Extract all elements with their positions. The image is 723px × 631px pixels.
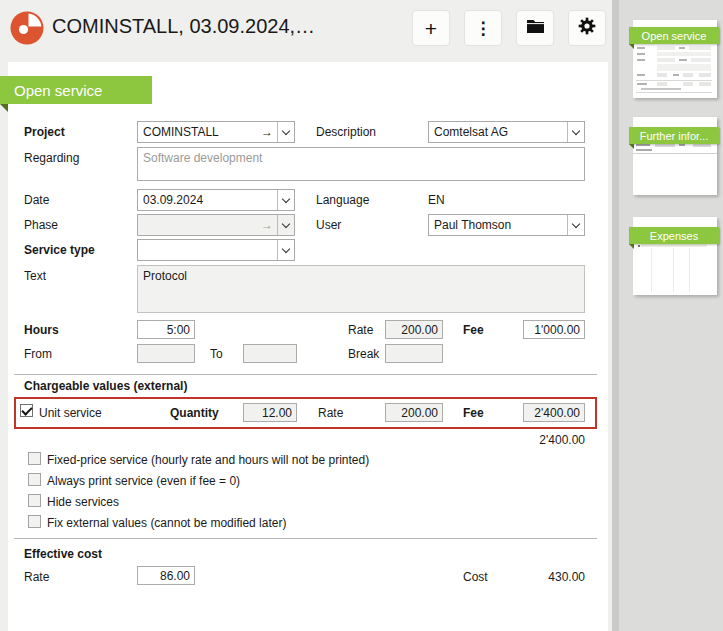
unit-service-checkbox[interactable] <box>20 404 33 417</box>
description-value: Comtelsat AG <box>429 125 567 139</box>
window-title: COMINSTALL, 03.09.2024,… <box>52 15 315 38</box>
quantity-label: Quantity <box>170 406 219 420</box>
to-label: To <box>210 347 223 361</box>
chevron-down-icon <box>572 126 580 134</box>
regarding-label: Regarding <box>24 151 79 165</box>
thumbnail-label-fold <box>629 44 634 49</box>
phase-dropdown-button[interactable] <box>277 215 294 235</box>
rate-input[interactable] <box>385 320 443 339</box>
phase-label: Phase <box>24 218 58 232</box>
thumbnail-label-fold <box>629 144 634 149</box>
folder-icon <box>526 18 545 38</box>
section-tab-label: Open service <box>14 82 102 99</box>
external-rate-input[interactable] <box>385 403 443 422</box>
effective-rate-input[interactable] <box>137 566 195 585</box>
fee-label: Fee <box>463 323 484 337</box>
hours-label: Hours <box>24 323 59 337</box>
description-dropdown-button[interactable] <box>567 122 584 142</box>
divider <box>14 374 597 375</box>
fee-input[interactable] <box>523 320 585 339</box>
plus-icon: + <box>425 18 437 39</box>
date-dropdown-button[interactable] <box>277 190 294 210</box>
settings-button[interactable] <box>568 10 606 46</box>
service-type-dropdown-button[interactable] <box>277 240 294 260</box>
date-value: 03.09.2024 <box>138 193 277 207</box>
project-combobox[interactable]: COMINSTALL → <box>137 121 295 143</box>
to-input[interactable] <box>243 344 297 363</box>
thumbnail-label-expenses[interactable]: Expenses <box>629 227 719 244</box>
external-total-value: 2'400.00 <box>485 433 585 447</box>
chevron-down-icon <box>282 126 290 134</box>
always-print-checkbox[interactable] <box>28 473 41 486</box>
thumbnail-label-open-service[interactable]: Open service <box>629 27 719 44</box>
chevron-down-icon <box>282 219 290 227</box>
effective-rate-label: Rate <box>24 570 49 584</box>
external-fee-input[interactable] <box>523 403 585 422</box>
rate-label: Rate <box>348 323 373 337</box>
regarding-textarea[interactable] <box>137 147 585 181</box>
description-combobox[interactable]: Comtelsat AG <box>428 121 585 143</box>
user-value: Paul Thomson <box>429 218 567 232</box>
language-label: Language <box>316 193 369 207</box>
quantity-input[interactable] <box>243 403 297 422</box>
service-type-label: Service type <box>24 243 95 257</box>
break-label: Break <box>348 347 379 361</box>
jump-arrow-icon[interactable]: → <box>261 218 277 232</box>
user-label: User <box>316 218 341 232</box>
phase-combobox[interactable]: → <box>137 214 295 236</box>
more-options-button[interactable]: ⋮ <box>464 10 502 46</box>
text-textarea[interactable]: Protocol <box>137 265 585 313</box>
service-type-combobox[interactable] <box>137 239 295 261</box>
add-button[interactable]: + <box>412 10 450 46</box>
divider <box>14 538 597 539</box>
service-entry-window: COMINSTALL, 03.09.2024,… + ⋮ <box>0 0 723 631</box>
chevron-down-icon <box>282 194 290 202</box>
external-fee-label: Fee <box>463 406 484 420</box>
chargeable-heading: Chargeable values (external) <box>24 379 187 393</box>
project-dropdown-button[interactable] <box>277 122 294 142</box>
from-label: From <box>24 347 52 361</box>
date-combobox[interactable]: 03.09.2024 <box>137 189 295 211</box>
cost-value: 430.00 <box>495 570 585 584</box>
gear-icon <box>577 16 597 40</box>
fix-external-checkbox[interactable] <box>28 515 41 528</box>
text-label: Text <box>24 269 46 283</box>
from-input[interactable] <box>137 344 195 363</box>
hide-services-checkbox[interactable] <box>28 494 41 507</box>
tab-fold <box>0 104 8 112</box>
description-label: Description <box>316 125 376 139</box>
project-label: Project <box>24 125 65 139</box>
chevron-down-icon <box>572 219 580 227</box>
date-label: Date <box>24 193 49 207</box>
always-print-label: Always print service (even if fee = 0) <box>47 474 240 488</box>
user-dropdown-button[interactable] <box>567 215 584 235</box>
language-value: EN <box>428 193 445 207</box>
chevron-down-icon <box>282 244 290 252</box>
external-rate-label: Rate <box>318 406 343 420</box>
hide-services-label: Hide services <box>47 495 119 509</box>
fix-external-label: Fix external values (cannot be modified … <box>47 516 286 530</box>
panel-splitter[interactable] <box>612 0 619 631</box>
effective-cost-heading: Effective cost <box>24 547 102 561</box>
section-tab-open-service: Open service <box>0 76 152 104</box>
thumbnail-label-fold <box>629 244 634 249</box>
app-logo <box>10 11 44 45</box>
cost-label: Cost <box>463 570 488 584</box>
folder-button[interactable] <box>516 10 554 46</box>
kebab-menu-icon: ⋮ <box>475 18 492 39</box>
jump-arrow-icon[interactable]: → <box>261 125 277 139</box>
pie-logo-icon <box>10 11 44 45</box>
user-combobox[interactable]: Paul Thomson <box>428 214 585 236</box>
fixed-price-checkbox[interactable] <box>28 452 41 465</box>
break-input[interactable] <box>385 344 443 363</box>
thumbnail-label-further-information[interactable]: Further infor... <box>629 127 719 144</box>
fixed-price-label: Fixed-price service (hourly rate and hou… <box>47 453 369 467</box>
project-value: COMINSTALL <box>138 125 261 139</box>
unit-service-label: Unit service <box>39 406 102 420</box>
hours-input[interactable] <box>137 320 195 339</box>
